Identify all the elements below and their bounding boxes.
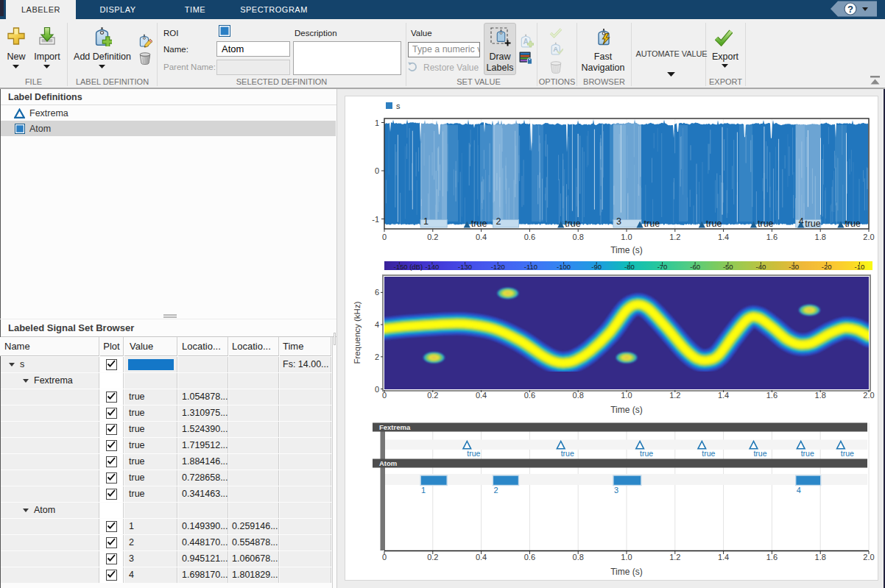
svg-text:0.2: 0.2 <box>427 553 438 562</box>
svg-text:0.4: 0.4 <box>476 233 487 241</box>
svg-text:true: true <box>706 219 722 229</box>
svg-text:-120: -120 <box>491 263 505 271</box>
svg-text:?: ? <box>847 4 853 15</box>
svg-text:3: 3 <box>616 216 621 227</box>
svg-text:true: true <box>644 219 660 229</box>
svg-text:-10: -10 <box>855 263 865 271</box>
svg-text:2: 2 <box>496 216 501 227</box>
svg-text:-70: -70 <box>657 263 668 271</box>
svg-text:0.8: 0.8 <box>573 391 584 400</box>
svg-text:Time (s): Time (s) <box>610 245 643 255</box>
svg-text:1.0: 1.0 <box>621 553 632 562</box>
svg-text:true: true <box>758 219 774 229</box>
svg-text:-1: -1 <box>372 215 379 224</box>
svg-text:3: 3 <box>614 486 618 495</box>
svg-text:0.4: 0.4 <box>476 391 487 400</box>
svg-text:s: s <box>396 102 401 110</box>
svg-text:1.0: 1.0 <box>621 233 632 241</box>
svg-text:4: 4 <box>375 320 379 329</box>
svg-text:-110: -110 <box>524 263 537 271</box>
svg-text:2.0: 2.0 <box>863 233 874 241</box>
svg-text:1.0: 1.0 <box>621 391 632 400</box>
svg-text:-130: -130 <box>458 263 472 271</box>
svg-text:-80: -80 <box>624 263 635 271</box>
svg-text:6: 6 <box>375 288 379 297</box>
svg-text:1.4: 1.4 <box>718 553 729 562</box>
svg-text:1: 1 <box>421 486 426 495</box>
svg-text:0.2: 0.2 <box>427 233 438 241</box>
svg-text:1.4: 1.4 <box>718 233 729 241</box>
svg-text:-150 (dB): -150 (dB) <box>393 263 423 271</box>
svg-text:2: 2 <box>493 486 498 495</box>
svg-text:1: 1 <box>423 216 429 227</box>
svg-text:2.0: 2.0 <box>863 391 874 400</box>
svg-text:-30: -30 <box>789 263 799 271</box>
svg-text:-140: -140 <box>425 263 439 271</box>
svg-text:1.2: 1.2 <box>669 391 680 400</box>
svg-text:true: true <box>467 449 480 458</box>
svg-text:1.2: 1.2 <box>669 233 680 241</box>
svg-text:Fextrema: Fextrema <box>379 423 411 431</box>
svg-text:1.8: 1.8 <box>815 553 826 562</box>
svg-text:4: 4 <box>797 486 801 495</box>
svg-text:0: 0 <box>375 166 379 175</box>
svg-text:1.8: 1.8 <box>815 391 826 400</box>
svg-text:1: 1 <box>375 118 379 127</box>
svg-text:0: 0 <box>375 385 379 394</box>
svg-text:0.6: 0.6 <box>524 233 535 241</box>
svg-text:-40: -40 <box>756 263 766 271</box>
svg-text:1.6: 1.6 <box>766 553 778 562</box>
svg-text:0.4: 0.4 <box>476 553 487 562</box>
svg-text:1.6: 1.6 <box>766 233 778 241</box>
svg-text:2.0: 2.0 <box>863 553 874 562</box>
svg-text:Time (s): Time (s) <box>610 405 643 415</box>
svg-text:true: true <box>565 219 581 229</box>
svg-text:0: 0 <box>382 553 387 562</box>
svg-text:-50: -50 <box>723 263 733 271</box>
svg-text:-60: -60 <box>690 263 700 271</box>
svg-text:true: true <box>841 449 854 458</box>
svg-text:-90: -90 <box>591 263 602 271</box>
svg-text:true: true <box>753 449 766 458</box>
svg-text:1.4: 1.4 <box>718 391 729 400</box>
svg-text:1.6: 1.6 <box>766 391 778 400</box>
svg-text:0.8: 0.8 <box>573 553 584 562</box>
svg-text:-100: -100 <box>557 263 571 271</box>
svg-text:0.6: 0.6 <box>524 553 535 562</box>
svg-text:-20: -20 <box>822 263 832 271</box>
svg-text:true: true <box>801 449 814 458</box>
svg-text:true: true <box>561 449 574 458</box>
svg-text:0: 0 <box>382 391 387 400</box>
svg-text:true: true <box>471 219 487 229</box>
svg-text:0.2: 0.2 <box>427 391 438 400</box>
svg-text:1.2: 1.2 <box>669 553 680 562</box>
svg-text:0.8: 0.8 <box>573 233 584 241</box>
svg-text:true: true <box>702 449 715 458</box>
svg-text:Time (s): Time (s) <box>610 567 643 577</box>
svg-text:0: 0 <box>382 233 387 241</box>
svg-text:Atom: Atom <box>379 459 397 467</box>
svg-text:Frequency (kHz): Frequency (kHz) <box>353 301 362 364</box>
svg-text:true: true <box>640 449 653 458</box>
svg-text:1.8: 1.8 <box>815 233 826 241</box>
svg-text:true: true <box>805 219 821 229</box>
svg-text:2: 2 <box>375 353 379 361</box>
svg-text:0.6: 0.6 <box>524 391 535 400</box>
svg-text:true: true <box>845 219 861 229</box>
